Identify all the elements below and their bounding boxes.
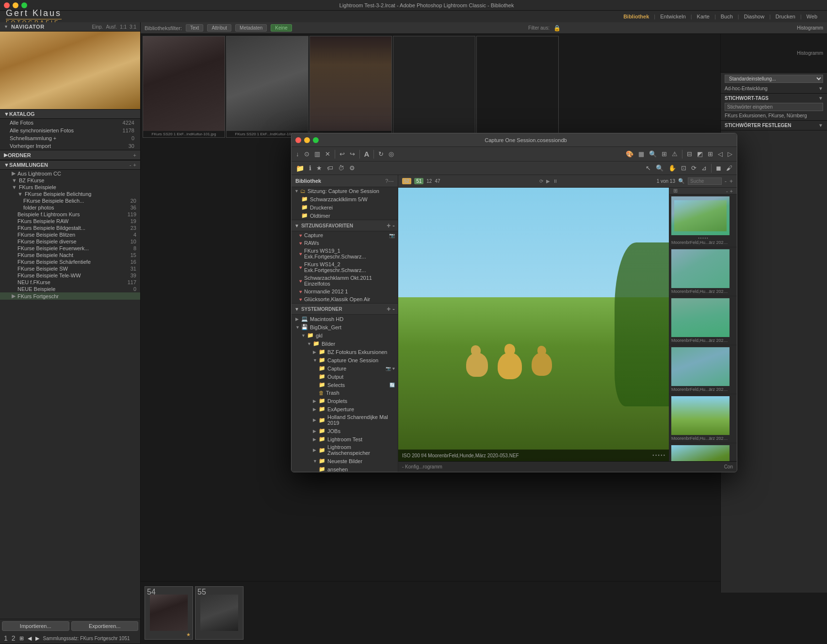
co-crop-btn[interactable]: ⊡ — [680, 163, 688, 173]
co-zoom-btn[interactable]: 🔍 — [654, 163, 665, 173]
co-grid2-btn[interactable]: ⊞ — [706, 149, 714, 159]
co-undo-btn[interactable]: ↩ — [338, 149, 346, 159]
module-drucken[interactable]: Drucken — [772, 13, 799, 20]
view-grid-icon[interactable]: ⊞ — [19, 635, 24, 642]
co-clock-btn[interactable]: ⏱ — [337, 163, 346, 173]
co-brush-btn[interactable]: 🖌 — [725, 163, 734, 173]
co-adjust-btn[interactable]: ⚙ — [348, 163, 357, 173]
coll-lr-kurs[interactable]: Beispiele f.Lightroom Kurs 119 — [0, 211, 140, 218]
filter-text-btn[interactable]: Text — [186, 24, 203, 32]
co-thumb-064[interactable]: MoorenbrFeld,Hu...ärz 2020-064.NEF — [669, 247, 737, 296]
coll-lightroom-cc[interactable]: ▶ Aus Lightroom CC — [0, 170, 140, 177]
adhoc-arrow[interactable]: ▼ — [818, 86, 823, 91]
co-thumb-072[interactable]: MoorenbrFeld,Hu...ärz 2020-072.NEF — [669, 443, 737, 461]
co-sys-trash[interactable]: 🗑 Trash — [292, 389, 398, 397]
co-folder-color-btn[interactable]: 📁 — [294, 163, 306, 173]
co-star-btn[interactable]: ★ — [315, 163, 324, 173]
co-sys-capture[interactable]: 📁 Capture 📷 ♥ — [292, 364, 398, 372]
co-info-btn[interactable]: ℹ — [308, 163, 313, 173]
coll-fkurs-beispiele[interactable]: ▼ FKurs Beispiele — [0, 184, 140, 191]
catalog-sync-photos[interactable]: Alle synchronisierten Fotos 1178 — [0, 127, 140, 134]
keyword-input[interactable]: Stichwörter eingeben — [725, 103, 823, 111]
co-session-druckerei[interactable]: 📁 Druckerei — [292, 203, 398, 211]
co-capture-btn[interactable]: ⊙ — [303, 149, 311, 159]
co-sys-selects[interactable]: 📁 Selects 🔄 — [292, 381, 398, 389]
co-session-item[interactable]: ▼ 🗂 Sitzung: Capture One Session — [292, 187, 398, 195]
co-max-btn[interactable] — [313, 137, 319, 143]
coll-nacht[interactable]: FKurse Beispiele Nacht 15 — [0, 252, 140, 258]
sammlungen-minus-btn[interactable]: - — [130, 162, 131, 168]
coll-fortgeschr[interactable]: ▶ FKurs Fortgeschr — [0, 292, 140, 300]
co-search-input[interactable] — [688, 177, 722, 185]
module-karte[interactable]: Karte — [693, 13, 713, 20]
co-sys-capture-one-session[interactable]: ▼ 📁 Capture One Session — [292, 356, 398, 364]
co-thumb-061[interactable]: • • • • • MoorenbrFeld,Hu...ärz 2020-061… — [669, 194, 737, 247]
co-search-icon[interactable]: 🔍 — [678, 178, 685, 184]
co-arrow-right-btn[interactable]: ▷ — [726, 149, 734, 159]
thumb-3[interactable] — [393, 36, 475, 138]
co-fav-ws19[interactable]: ♥ FKurs WS19_1 Exk.Fortgeschr.Schwarz... — [292, 247, 398, 260]
co-color-btn[interactable]: 🎨 — [624, 149, 635, 159]
co-redo-btn[interactable]: ↪ — [348, 149, 357, 159]
co-sys-bilder[interactable]: ▼ 📁 Bilder — [292, 339, 398, 348]
module-bibliothek[interactable]: Bibliothek — [619, 13, 653, 20]
co-detail-btn[interactable]: 🔍 — [648, 149, 658, 159]
co-text-btn[interactable]: A — [363, 149, 371, 159]
co-fav-minus-btn[interactable]: - — [392, 222, 395, 229]
co-transform-btn[interactable]: ⊞ — [660, 149, 668, 159]
filter-keine[interactable]: Keine — [271, 24, 292, 32]
co-thumbs-grid-icon[interactable]: ⊞ — [673, 188, 678, 194]
co-fav-glucksorte[interactable]: ♥ Glücksorte,Klassik Open Air — [292, 295, 398, 303]
catalog-quick[interactable]: Schnellsammlung + 0 — [0, 134, 140, 142]
co-lib-more[interactable]: ··· — [388, 177, 394, 185]
co-sys-minus-btn[interactable]: - — [392, 305, 395, 313]
co-play-icon[interactable]: ▶ — [546, 178, 550, 184]
catalog-prev-import[interactable]: Vorheriger Import 30 — [0, 142, 140, 150]
coll-diverse[interactable]: FKurse Beispiele diverse 10 — [0, 238, 140, 245]
co-fav-ws14[interactable]: ♥ FKurs WS14_2 Exk.Fortgeschr.Schwarz... — [292, 260, 398, 274]
coll-schaerfe[interactable]: FKurse Beispiele Schärfentiefe 16 — [0, 258, 140, 265]
co-warning-btn[interactable]: ⚠ — [670, 149, 679, 159]
co-sys-lr-test[interactable]: ▶ 📁 Lightroom Test — [292, 435, 398, 443]
ordner-add-btn[interactable]: + — [133, 152, 136, 158]
co-search-minus[interactable]: - — [725, 178, 727, 185]
sammlungen-header[interactable]: ▼ Sammlungen - + — [0, 160, 140, 170]
co-hand-btn[interactable]: ✋ — [667, 163, 678, 173]
co-sys-jobs[interactable]: ▶ 📁 JOBs — [292, 427, 398, 435]
co-search-more[interactable]: + — [730, 178, 733, 185]
co-fav-raws[interactable]: ♥ RAWs — [292, 239, 398, 247]
coll-blitzen[interactable]: FKurse Beispiele Blitzen 4 — [0, 231, 140, 238]
co-sys-exaperture[interactable]: ▶ 📁 ExAperture — [292, 405, 398, 413]
co-rotate-btn[interactable]: ⟳ — [690, 163, 698, 173]
co-panels-btn[interactable]: ⊟ — [685, 149, 694, 159]
coll-bildgestalt[interactable]: FKurs Beispiele Bildgestalt... 23 — [0, 225, 140, 231]
coll-folder-photos[interactable]: folder photos 36 — [0, 204, 140, 211]
co-level-btn[interactable]: ⊿ — [700, 163, 708, 173]
filmstrip-item-54[interactable]: 54 ★ — [145, 586, 193, 640]
coll-feuerwerk[interactable]: FKurse Beispiele Feuerwerk... 8 — [0, 245, 140, 252]
co-session-oldtimer[interactable]: 📁 Oldtimer — [292, 211, 398, 220]
co-cursor-btn[interactable]: ↖ — [644, 163, 652, 173]
co-thumbs-plus[interactable]: + — [730, 188, 733, 194]
nav-ausf[interactable]: Ausf. — [106, 24, 117, 30]
module-web[interactable]: Web — [803, 13, 821, 20]
minimize-button[interactable] — [13, 2, 18, 8]
co-browser-btn[interactable]: ▥ — [313, 149, 322, 159]
co-sync-icon[interactable]: ⟳ — [539, 178, 543, 184]
thumb-1[interactable]: FKurs SS20 1 EkF...IndKultur-100.jpg — [226, 36, 308, 138]
co-thumb-067[interactable]: MoorenbrFeld,Hu...ärz 2020-067.NEF — [669, 345, 737, 394]
co-sys-gkl[interactable]: ▼ 📁 gkl — [292, 331, 398, 339]
filter-lock-icon[interactable]: 🔒 — [553, 25, 561, 32]
coll-raw[interactable]: FKurs Beispiele RAW 19 — [0, 218, 140, 225]
filter-meta-btn[interactable]: Metadaten — [235, 24, 267, 32]
coll-sw[interactable]: FKurse Beispiele SW 31 — [0, 265, 140, 272]
co-sys-droplets[interactable]: ▶ 📁 Droplets — [292, 397, 398, 405]
co-inspector-btn[interactable]: ◩ — [696, 149, 704, 159]
co-fav-schwarzach[interactable]: ♥ Schwarzachklamm Okt.2011 Einzelfotos — [292, 274, 398, 288]
co-arrow-left-btn[interactable]: ◁ — [716, 149, 724, 159]
co-rotate2-btn[interactable]: ◎ — [387, 149, 395, 159]
co-sys-holland[interactable]: ▶ 📁 Holland Scharendijke Mal 2019 — [292, 413, 398, 427]
close-button[interactable] — [4, 2, 10, 8]
export-button[interactable]: Exportieren... — [71, 621, 139, 631]
thumb-2[interactable]: FKurs SS20 1 EkF...IndKultur-098.jpg — [309, 36, 392, 138]
